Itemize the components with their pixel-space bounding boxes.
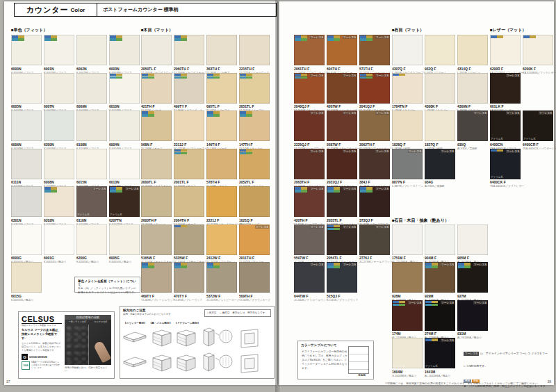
mares-tag: マーレスS bbox=[310, 149, 324, 153]
swatch: マーレスS bbox=[457, 262, 488, 293]
section-title: ■石目・木目・抽象（艶あり） bbox=[392, 218, 449, 224]
swatch-cell: 499TY FTJ-499K／ラフペイント bbox=[174, 73, 204, 113]
swatch-cell: マーレスS2011TH FTJ-2011K／チェリー bbox=[239, 224, 270, 264]
cert-badges bbox=[425, 263, 439, 268]
cert-badge-icon bbox=[360, 76, 366, 79]
swatch: マーレスS bbox=[294, 35, 325, 65]
cert-badges bbox=[142, 263, 155, 268]
group-frame-label: 【ドアフレーム部材】 bbox=[174, 322, 199, 325]
cert-badge-icon bbox=[110, 76, 116, 79]
swatch-cell: マーレスS2031QJ FTJ-2031K／マホガニー bbox=[327, 149, 357, 188]
cert-badge-icon bbox=[334, 35, 340, 38]
celsus-body: セルサス対応柄は、表面の指紋汚れが目立ちにくく、お手入れしやすいマットな質感のメ… bbox=[22, 342, 62, 352]
swatch: マーレスS bbox=[327, 262, 357, 293]
cert-badge-icon bbox=[366, 38, 373, 41]
cert-badges bbox=[360, 74, 373, 79]
cert-badge-icon bbox=[360, 190, 366, 193]
swatch-cell: 6002NK-6002N6／プリス bbox=[76, 35, 107, 74]
cert-badge-icon bbox=[399, 301, 405, 304]
cert-badge-icon bbox=[497, 35, 503, 38]
cert-badge-icon bbox=[295, 187, 301, 190]
plain-color-note-box: 単色メラミン化粧板（フィット）について 単色（G）／（フィット）は小口の黒いライ… bbox=[74, 277, 140, 293]
catalog-thumbnail bbox=[348, 346, 369, 374]
swatch-subcode: KA-6200K66／マットレザー bbox=[523, 71, 553, 74]
swatch bbox=[44, 149, 74, 179]
swatch-subcode: AL-931M6A／艶あり bbox=[457, 336, 488, 339]
swatch: マーレスS bbox=[359, 186, 390, 217]
swatch-cell: 509TH FTJ-509K／ブラウンオーク bbox=[239, 262, 270, 302]
swatch bbox=[11, 35, 42, 65]
swatch-cell: マーレスS2055TL FTJ-2055K／ウォールナット bbox=[327, 186, 357, 226]
cert-badge-icon bbox=[181, 38, 187, 41]
cert-badge-icon bbox=[181, 76, 187, 79]
cert-badge-icon bbox=[458, 266, 464, 268]
cert-badge-icon bbox=[432, 338, 438, 341]
swatch bbox=[109, 149, 140, 179]
cert-badge-icon bbox=[301, 187, 307, 190]
cert-badge-icon bbox=[181, 149, 187, 152]
swatch bbox=[11, 186, 42, 217]
cert-badge-icon bbox=[181, 266, 187, 268]
cert-badge-icon bbox=[110, 38, 116, 41]
mares-tag: マーレスS bbox=[343, 35, 357, 39]
cert-badges bbox=[44, 187, 58, 193]
mares-tag: マーレスS bbox=[310, 111, 324, 115]
cert-badges bbox=[207, 111, 220, 117]
header-bar: カウンター Color ポストフォームカウンター 標準柄 bbox=[14, 3, 277, 17]
swatch bbox=[109, 224, 140, 255]
swatch bbox=[392, 73, 423, 104]
cert-badge-icon bbox=[51, 35, 57, 38]
cert-badge-icon bbox=[207, 266, 213, 268]
siaa-mark: SIAA SIAAマークはISO22196法により評価された結果に基づき表示して… bbox=[22, 361, 62, 370]
swatch-cell: 6000GK-6000G5／艶あり bbox=[11, 224, 42, 264]
cert-badges bbox=[458, 263, 471, 268]
mares-tag: マーレスS bbox=[375, 111, 389, 115]
cert-badge-icon bbox=[207, 76, 213, 79]
cert-badges bbox=[327, 35, 341, 41]
swatch bbox=[206, 186, 237, 217]
grain-direction-box: 紙方向のご注意 絵柄・木目の向きは下記のとおりになります。 ↕ 縦木目 ↔ 横木… bbox=[120, 306, 275, 379]
cert-badges bbox=[240, 149, 253, 155]
cert-badge-icon bbox=[240, 114, 246, 117]
mares-tag: マーレスS bbox=[310, 225, 324, 229]
swatch-cell: 568N FTC-568K／オーク bbox=[141, 111, 172, 150]
swatch: マーレスS bbox=[425, 300, 455, 331]
swatch-cell: 905M FAL-905M6A／艶あり bbox=[457, 224, 488, 264]
cert-badges bbox=[44, 35, 58, 41]
swatch-cell: 6111NK-6111N6／プリス bbox=[11, 149, 42, 188]
cert-badge-icon bbox=[110, 190, 116, 193]
swatch bbox=[174, 73, 204, 104]
swatch bbox=[109, 73, 140, 104]
cert-badges bbox=[393, 74, 406, 76]
swatch-cell: 2000TL FTJ-2000K／ライトオーク bbox=[141, 149, 172, 188]
group-panel-label: 【裏・パネル部材】 bbox=[149, 322, 172, 325]
cert-badges bbox=[207, 74, 220, 79]
swatch-cell: 1021Q FAN-1021K／パイン bbox=[239, 186, 270, 226]
mares-tag: マーレスS bbox=[375, 225, 389, 229]
footer-note: ※印刷物につき、商品写真と実物の色調が相違することがあります。必ず現物サンプルも… bbox=[293, 382, 540, 385]
cert-badge-icon bbox=[18, 35, 24, 38]
swatch bbox=[174, 111, 204, 141]
swatch bbox=[206, 35, 237, 65]
cert-badge-icon bbox=[116, 35, 122, 38]
cert-badge-icon bbox=[301, 35, 307, 38]
mares-tag: マーレスS bbox=[375, 35, 389, 39]
cert-badge-icon bbox=[399, 304, 405, 307]
page-number-left: 37 bbox=[6, 379, 10, 384]
fingerprint-panel: 指紋付着等の比較 一般メラミン仕様 セルサス仕様 bbox=[65, 315, 111, 365]
cert-badge-icon bbox=[458, 263, 464, 266]
cert-badges bbox=[491, 149, 504, 152]
catalog-label: K626 bbox=[359, 373, 366, 377]
swatch bbox=[44, 35, 74, 65]
cert-badge-icon bbox=[213, 76, 220, 79]
swatch-cell: マーレスS644TW FJC-644K／チャコールウッド bbox=[294, 262, 325, 302]
swatch: マーレスS bbox=[359, 73, 390, 104]
swatch: マーレスSアクリル系 bbox=[490, 149, 521, 179]
swatch-cell: マーレスS274M FAL-274M6A／艶あり bbox=[425, 300, 455, 340]
swatch: マーレスS bbox=[359, 224, 390, 255]
swatch: マーレスS bbox=[327, 186, 357, 217]
swatch-cell: マーレスS2225QJ FTJ-2225K／ローズウッド bbox=[294, 111, 325, 150]
cert-badge-icon bbox=[116, 187, 122, 190]
swatch-cell: 2412W FJC-2412K／アルダー bbox=[206, 224, 237, 264]
swatch: マーレスS bbox=[294, 186, 325, 217]
